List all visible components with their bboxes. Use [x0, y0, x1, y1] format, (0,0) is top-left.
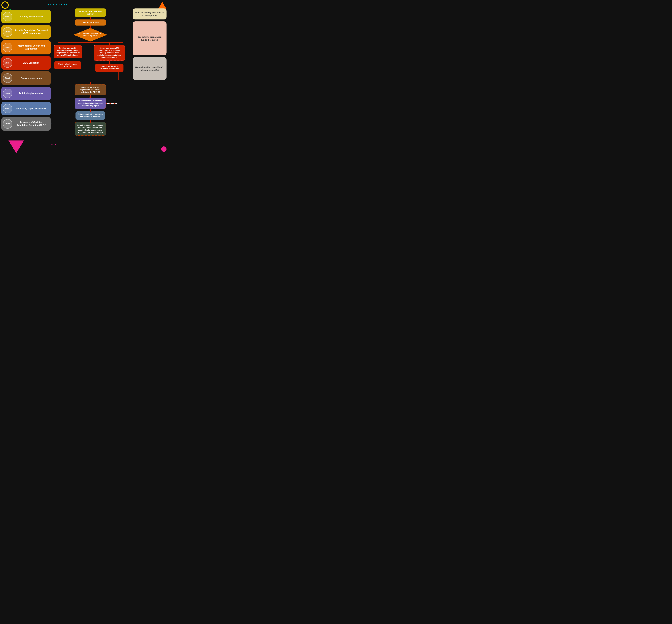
- flow-apply-methodology: Apply approved ABM methodology to the AB…: [94, 45, 125, 61]
- right-down-line: [118, 72, 119, 80]
- sidebar: Step 1 Activity Identification Step 2 Ac…: [0, 10, 51, 131]
- step-2-label: Activity Description Document (ADD) prep…: [14, 29, 49, 35]
- arrow-head: [67, 61, 69, 62]
- flowchart: Identify a candidate ABM activity Draft …: [52, 8, 128, 135]
- deco-triangle-orange: [158, 2, 167, 9]
- arrow-3: [90, 95, 91, 98]
- flow-identify: Identify a candidate ABM activity: [75, 8, 106, 17]
- left-v-arrow1: [68, 42, 68, 45]
- sidebar-item-step2[interactable]: Step 2 Activity Description Document (AD…: [1, 25, 51, 38]
- step-5-label: Activity registration: [14, 77, 49, 80]
- branches: Develop a new ABM methodology and follow…: [52, 42, 128, 72]
- left-v-arrow2: [68, 58, 68, 61]
- arrow-head: [108, 63, 110, 64]
- step-8-label: Issuance of Certified Adaptation Benefit…: [14, 121, 49, 127]
- flow-implement: Implement the activity for a specified p…: [75, 98, 106, 109]
- arrow-right-head: [99, 70, 100, 72]
- deco-wave-top: 〰〰〰〰: [48, 3, 67, 8]
- right-card-3: Sign adaptation benefits off-take agreem…: [133, 57, 167, 80]
- flow-submit-registration: Submit a request for registration as an …: [75, 84, 106, 95]
- sidebar-item-step7[interactable]: Step 7 Monitoring report verification: [1, 102, 51, 115]
- arrow-head: [90, 122, 92, 123]
- sidebar-item-step4[interactable]: Step 4 ADD validation: [1, 56, 51, 70]
- right-card-1: Draft an activity idea note or a concept…: [133, 8, 167, 20]
- branch-right: Apply approved ABM methodology to the AB…: [90, 42, 128, 72]
- sidebar-item-step1[interactable]: Step 1 Activity Identification: [1, 10, 51, 23]
- deco-triangle-pink: [8, 140, 24, 153]
- step-7-label: Monitoring report verification: [14, 107, 49, 110]
- step-3-badge: Step 3: [3, 43, 13, 52]
- step-4-label: ADD validation: [14, 61, 49, 64]
- right-v-arrow2: [109, 61, 110, 63]
- arrow-head: [90, 111, 92, 112]
- sidebar-item-step6[interactable]: Step 6 Activity implementation: [1, 86, 51, 100]
- branch-left: Develop a new ABM methodology and follow…: [52, 42, 83, 71]
- loop-line: [105, 103, 117, 104]
- deco-circle-pink: [161, 147, 167, 152]
- step-8-badge: Step 8: [3, 119, 13, 129]
- left-to-right-arrow: [72, 71, 99, 71]
- flow-develop-methodology: Develop a new ABM methodology and follow…: [54, 45, 82, 58]
- arrow-2: [90, 26, 91, 28]
- branch-h-line: [57, 42, 123, 43]
- step-1-label: Activity Identification: [14, 15, 49, 18]
- step-1-badge: Step 1: [3, 12, 13, 21]
- branch-area: Develop a new ABM methodology and follow…: [52, 42, 128, 72]
- right-card-2: See activity preparation funds if requir…: [133, 21, 167, 55]
- deco-circle-yellow: [1, 1, 9, 9]
- step-7-badge: Step 7: [3, 104, 13, 113]
- step-4-badge: Step 4: [3, 58, 13, 68]
- flow-diamond: Does a suitable approved ABM methodology…: [73, 28, 107, 42]
- step-2-badge: Step 2: [3, 27, 13, 37]
- right-panel: Draft an activity idea note or a concept…: [133, 8, 168, 80]
- flow-submit-cabs: Submit a request for issuance of CABs to…: [75, 122, 106, 136]
- sidebar-item-step5[interactable]: Step 5 Activity registration: [1, 71, 51, 85]
- merge-h-line: [68, 80, 119, 80]
- flow-diamond-container: Does a suitable approved ABM methodology…: [69, 28, 111, 42]
- sidebar-item-step8[interactable]: Step 8 Issuance of Certified Adaptation …: [1, 117, 51, 131]
- arrow-5: [90, 120, 91, 122]
- right-v-arrow1: [109, 42, 110, 45]
- sidebar-item-step3[interactable]: Step 3 Methodology Design and Applicatio…: [1, 40, 51, 54]
- step-6-badge: Step 6: [3, 88, 13, 98]
- flow-submit-monitoring: Submit monitoring report for verificatio…: [75, 111, 105, 120]
- arrow-4: [90, 109, 91, 111]
- step-5-badge: Step 5: [3, 73, 13, 83]
- merge-arrow: [90, 82, 91, 84]
- arrow-head: [90, 84, 92, 85]
- step-6-label: Activity implementation: [14, 92, 49, 95]
- deco-wave-bottom: 〜〜: [51, 142, 58, 148]
- arrow-1: [90, 17, 91, 20]
- flow-host-country: Obtain a host country approval: [54, 61, 81, 70]
- left-down-line: [68, 72, 68, 80]
- step-3-label: Methodology Design and Application: [14, 45, 49, 50]
